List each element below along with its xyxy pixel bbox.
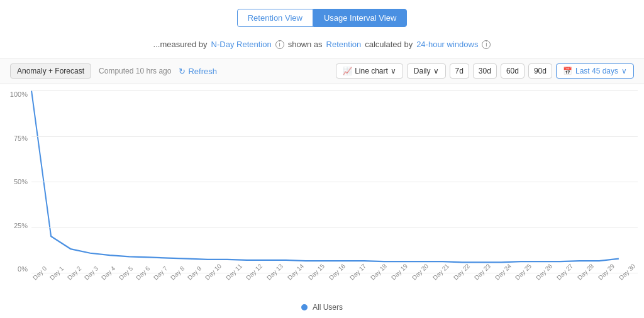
grid-line-25 xyxy=(31,228,638,228)
refresh-label: Refresh xyxy=(188,67,217,76)
x-axis: Day 0 Day 1 Day 2 Day 3 Day 4 Day 5 Day … xyxy=(31,273,638,298)
y-label-50: 50% xyxy=(14,178,28,185)
shown-as-text: shown as xyxy=(288,40,323,49)
date-range-label: Last 45 days xyxy=(575,67,618,75)
legend-dot-all-users xyxy=(301,304,308,310)
period-60d-button[interactable]: 60d xyxy=(501,63,525,79)
windows-info-icon[interactable]: i xyxy=(482,40,491,49)
grid-line-50 xyxy=(31,182,638,182)
chevron-down-icon-freq: ∨ xyxy=(433,67,439,75)
subtitle-bar: ...measured by N-Day Retention i shown a… xyxy=(0,33,644,58)
measured-by-text: ...measured by xyxy=(153,40,208,49)
toolbar-right: 📈 Line chart ∨ Daily ∨ 7d 30d 60d 90d 📅 … xyxy=(336,63,634,79)
chart-inner xyxy=(31,90,638,273)
chart-area: 100% 75% 50% 25% 0% Day 0 Day 1 xyxy=(0,84,644,298)
y-label-75: 75% xyxy=(14,134,28,142)
chevron-down-icon: ∨ xyxy=(391,67,396,75)
refresh-icon: ↻ xyxy=(179,67,186,76)
refresh-button[interactable]: ↻ Refresh xyxy=(179,67,217,76)
chart-toolbar: Anomaly + Forecast Computed 10 hrs ago ↻… xyxy=(0,58,644,84)
chart-legend: All Users xyxy=(0,298,644,317)
y-label-100: 100% xyxy=(10,90,28,98)
windows-link[interactable]: 24-hour windows xyxy=(416,40,478,49)
period-90d-button[interactable]: 90d xyxy=(528,63,552,79)
y-label-25: 25% xyxy=(14,222,28,229)
chart-type-label: Line chart xyxy=(355,67,388,75)
retention-line xyxy=(31,90,619,262)
line-chart-icon: 📈 xyxy=(343,67,352,75)
y-label-0: 0% xyxy=(18,265,28,273)
frequency-dropdown[interactable]: Daily ∨ xyxy=(407,63,446,79)
period-7d-button[interactable]: 7d xyxy=(450,63,469,79)
computed-time-text: Computed 10 hrs ago xyxy=(99,67,171,75)
tab-usage-interval-view[interactable]: Usage Interval View xyxy=(313,9,407,27)
view-tabs: Retention View Usage Interval View xyxy=(0,0,644,33)
anomaly-badge: Anomaly + Forecast xyxy=(10,63,91,79)
n-day-retention-link[interactable]: N-Day Retention xyxy=(211,40,272,49)
frequency-label: Daily xyxy=(414,67,431,75)
x-labels: Day 0 Day 1 Day 2 Day 3 Day 4 Day 5 Day … xyxy=(31,277,638,283)
grid-line-100 xyxy=(31,90,638,91)
chart-container: 100% 75% 50% 25% 0% Day 0 Day 1 xyxy=(6,90,638,298)
y-axis: 100% 75% 50% 25% 0% xyxy=(6,90,31,273)
chart-type-dropdown[interactable]: 📈 Line chart ∨ xyxy=(336,63,403,79)
date-range-button[interactable]: 📅 Last 45 days ∨ xyxy=(556,63,634,79)
chevron-down-icon-date: ∨ xyxy=(621,67,627,75)
tab-retention-view[interactable]: Retention View xyxy=(237,9,313,27)
n-day-info-icon[interactable]: i xyxy=(275,40,284,49)
period-30d-button[interactable]: 30d xyxy=(473,63,497,79)
calendar-icon: 📅 xyxy=(563,67,572,75)
legend-label-all-users: All Users xyxy=(313,303,343,312)
grid-line-75 xyxy=(31,136,638,137)
retention-link[interactable]: Retention xyxy=(326,40,362,49)
calculated-by-text: calculated by xyxy=(365,40,413,49)
